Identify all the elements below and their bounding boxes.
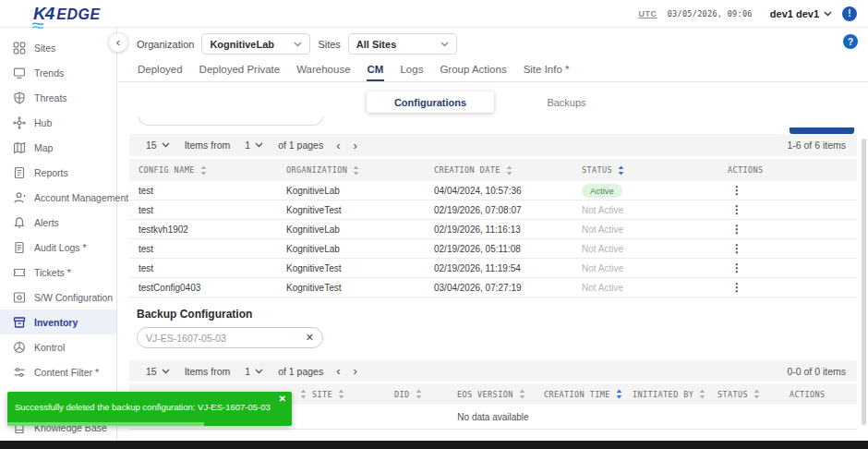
column-did[interactable]: DID [394, 389, 457, 399]
table-row[interactable]: testkvh1902 KognitiveLab 02/19/2026, 11:… [129, 220, 857, 239]
row-actions-icon[interactable]: ⋮ [728, 242, 746, 255]
column-eos-version[interactable]: EOS VERSION [457, 389, 544, 399]
subtab-backups[interactable]: Backups [532, 91, 601, 113]
tab-logs[interactable]: Logs [399, 60, 424, 81]
config-search-input-partial[interactable] [139, 116, 323, 126]
sidebar-item-trends[interactable]: Trends [0, 60, 116, 85]
sidebar-item-label: Hub [34, 117, 52, 128]
sidebar-item-account-management[interactable]: Account Management [0, 185, 116, 210]
table-row[interactable]: testConfig0403 KognitiveTest 03/04/2026,… [129, 278, 857, 297]
table-row[interactable]: test KognitiveLab 04/04/2024, 10:57:36 A… [129, 181, 857, 200]
page-number-chevron-icon[interactable] [255, 142, 263, 148]
sidebar-item-sw-configuration[interactable]: S/W Configuration [0, 285, 116, 309]
column-organization[interactable]: ORGANIZATION [286, 165, 434, 176]
tab-warehouse[interactable]: Warehouse [295, 60, 351, 81]
column-status[interactable]: STATUS [717, 389, 790, 399]
sort-icon-active[interactable] [618, 165, 624, 176]
column-creation-time[interactable]: CREATION TIME [544, 389, 633, 399]
sort-icon[interactable] [300, 389, 307, 399]
toast-message: Successfully deleted the backup configur… [15, 402, 271, 412]
sidebar-item-kontrol[interactable]: Kontrol [0, 334, 116, 359]
cell-organization: KognitiveLab [286, 224, 434, 235]
page-size-chevron-icon[interactable] [162, 142, 170, 148]
cell-status: Active [582, 186, 728, 196]
row-actions-icon[interactable]: ⋮ [728, 203, 746, 216]
vertical-scrollbar[interactable] [862, 139, 866, 425]
cell-actions: ⋮ [728, 281, 857, 294]
table-row[interactable]: test KognitiveTest 02/19/2026, 07:08:07 … [129, 200, 857, 220]
subtab-configurations[interactable]: Configurations [367, 91, 494, 113]
kontrol-icon [13, 341, 26, 354]
column-site[interactable]: SITE [312, 389, 394, 399]
sidebar-item-alerts[interactable]: Alerts [0, 210, 116, 235]
row-actions-icon[interactable]: ⋮ [728, 261, 746, 274]
sidebar-collapse-button[interactable]: ‹ [108, 32, 128, 53]
sort-icon[interactable] [506, 165, 512, 176]
status-badge: Not Active [582, 224, 623, 235]
table-row[interactable]: test KognitiveTest 02/19/2026, 11:19:54 … [129, 259, 857, 278]
sidebar-item-reports[interactable]: Reports [0, 160, 116, 185]
column-creation-date[interactable]: CREATION DATE [434, 165, 582, 176]
organization-select[interactable]: KognitiveLab [201, 33, 310, 55]
cell-status: Not Active [582, 263, 728, 273]
row-actions-icon[interactable]: ⋮ [728, 223, 746, 236]
page-number-chevron-icon[interactable] [255, 369, 263, 374]
page-size-value[interactable]: 15 [146, 366, 157, 377]
sort-icon[interactable] [753, 389, 760, 399]
timezone-link[interactable]: UTC [638, 9, 657, 18]
sort-icon[interactable] [416, 389, 422, 399]
page-number-value[interactable]: 1 [245, 140, 250, 151]
row-actions-icon[interactable]: ⋮ [728, 281, 746, 294]
sidebar-item-label: Trends [34, 67, 64, 79]
items-from-label: Items from [185, 140, 231, 151]
column-initiated-by[interactable]: INITIATED BY [633, 389, 717, 399]
sort-icon-active[interactable] [616, 389, 622, 399]
tab-deployed-private[interactable]: Deployed Private [199, 60, 282, 81]
column-config-name[interactable]: CONFIG NAME [139, 165, 286, 176]
sidebar-item-sites[interactable]: Sites [0, 35, 116, 60]
sort-icon[interactable] [519, 389, 525, 399]
prev-page-icon[interactable]: ‹ [336, 140, 340, 152]
cell-config-name: test [139, 244, 286, 254]
table-row[interactable]: test KognitiveLab 02/19/2026, 05:11:08 N… [129, 239, 857, 259]
bottom-bar [0, 441, 868, 449]
sidebar-item-hub[interactable]: Hub [0, 110, 116, 135]
page-size-value[interactable]: 15 [146, 140, 157, 151]
sidebar-item-tickets[interactable]: Tickets * [0, 260, 116, 285]
sidebar-item-content-filter[interactable]: Content Filter * [0, 359, 116, 384]
sites-select[interactable]: All Sites [348, 33, 457, 55]
help-icon[interactable]: ? [843, 34, 858, 49]
next-page-icon[interactable]: › [354, 140, 357, 152]
sidebar-item-audit-logs[interactable]: Audit Logs * [0, 235, 116, 260]
sidebar-item-threats[interactable]: Threats [0, 85, 116, 110]
row-actions-icon[interactable]: ⋮ [728, 184, 746, 197]
column-status[interactable]: STATUS [582, 165, 728, 176]
tab-site-info[interactable]: Site Info * [523, 60, 571, 81]
tab-deployed[interactable]: Deployed [137, 60, 184, 81]
app-logo[interactable]: K4 EDGE [33, 4, 101, 24]
cell-creation-date: 02/19/2026, 07:08:07 [434, 205, 582, 215]
sidebar-item-map[interactable]: Map [0, 135, 116, 160]
primary-action-button-partial[interactable] [790, 127, 854, 134]
sidebar-item-label: S/W Configuration [34, 292, 113, 303]
tab-group-actions[interactable]: Group Actions [439, 60, 507, 81]
sort-icon[interactable] [353, 165, 359, 176]
next-page-icon[interactable]: › [354, 365, 357, 377]
status-badge: Not Active [582, 283, 623, 293]
sidebar-item-inventory[interactable]: Inventory [0, 309, 116, 334]
inventory-icon [13, 316, 26, 329]
sort-icon[interactable] [699, 389, 705, 399]
page-number-value[interactable]: 1 [245, 366, 250, 377]
sort-icon[interactable] [200, 165, 207, 176]
person-icon [13, 191, 26, 204]
tab-cm[interactable]: CM [367, 60, 385, 81]
toast-close-icon[interactable]: ✕ [279, 394, 286, 404]
page-size-chevron-icon[interactable] [162, 369, 170, 374]
user-menu[interactable]: dev1 dev1 [770, 8, 832, 19]
sort-icon[interactable] [338, 389, 344, 399]
prev-page-icon[interactable]: ‹ [336, 365, 340, 377]
clear-search-icon[interactable]: ✕ [306, 332, 314, 344]
badge-icon[interactable]: ! [842, 6, 857, 21]
chevron-down-icon [294, 42, 302, 47]
backup-search-input[interactable] [146, 333, 306, 344]
